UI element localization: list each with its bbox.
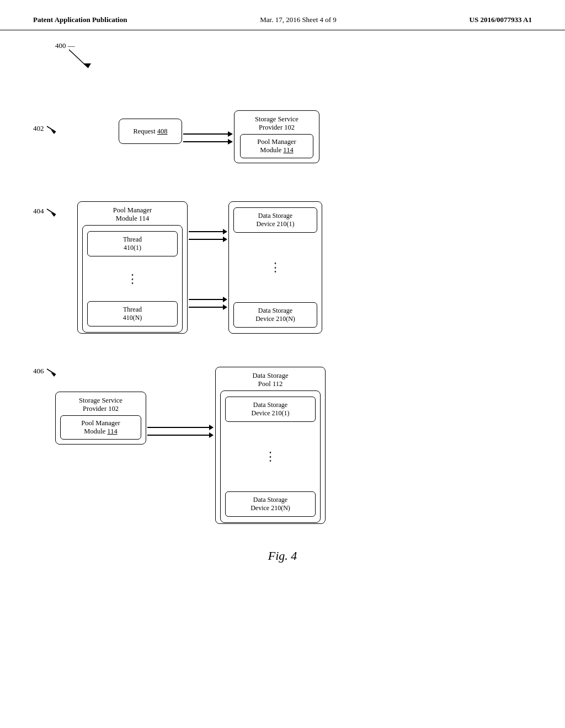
ds-devices-outer-404: Data Storage Device 210(1) ⋮ Data Storag… (228, 201, 322, 334)
header-left: Patent Application Publication (33, 15, 127, 24)
section-404: 404 Pool Manager Module 114 Thread 410(1… (33, 196, 532, 345)
section-400: 400 — (33, 41, 532, 74)
ds-dots: ⋮ (233, 263, 317, 272)
arrow-400 (63, 47, 97, 72)
pool-inner-406: Data Storage Device 210(1) ⋮ Data Storag… (220, 390, 321, 523)
pool-manager-box-402: Pool Manager Module 114 (240, 134, 313, 158)
section-402: 402 Request 408 Storage (33, 108, 532, 179)
thread-1-box: Thread 410(1) (87, 231, 178, 256)
double-arrow-threadN (189, 297, 227, 310)
header-right: US 2016/0077933 A1 (470, 15, 532, 24)
pool-manager-box-406: Pool Manager Module 114 (60, 415, 141, 440)
svg-line-2 (47, 126, 56, 132)
pool-dots: ⋮ (225, 452, 316, 462)
arrow-406 (46, 367, 58, 377)
section-406: 406 Storage Service Provider 102 Pool Ma… (33, 361, 532, 532)
request-box: Request 408 (119, 119, 182, 144)
arrow-402 (46, 124, 58, 134)
pool-ds-device-1: Data Storage Device 210(1) (225, 397, 316, 422)
label-402: 402 (33, 124, 58, 134)
ssp-box-406: Storage Service Provider 102 Pool Manage… (55, 392, 146, 445)
thread-dots: ⋮ (87, 274, 178, 284)
ds-device-n-box: Data Storage Device 210(N) (233, 302, 317, 328)
main-content: 400 — 402 Request 408 (0, 30, 565, 585)
double-arrow-thread1 (189, 229, 227, 242)
double-arrow-406 (147, 425, 214, 438)
arrow-404 (46, 207, 58, 217)
thread-n-box: Thread 410(N) (87, 301, 178, 326)
svg-line-6 (47, 369, 56, 374)
pool-ds-device-n: Data Storage Device 210(N) (225, 491, 316, 517)
page-header: Patent Application Publication Mar. 17, … (0, 0, 565, 30)
pool-manager-outer-404: Pool Manager Module 114 Thread 410(1) ⋮ … (77, 201, 188, 334)
label-404: 404 (33, 207, 58, 217)
fig-caption: Fig. 4 (33, 549, 532, 563)
data-storage-pool-box: Data Storage Pool 112 Data Storage Devic… (215, 367, 326, 524)
double-arrow-402 (183, 131, 233, 144)
pool-manager-inner-404: Thread 410(1) ⋮ Thread 410(N) (82, 225, 183, 333)
svg-line-4 (47, 209, 56, 215)
label-406: 406 (33, 367, 58, 377)
ds-device-1-box: Data Storage Device 210(1) (233, 207, 317, 233)
ssp-box-402: Storage Service Provider 102 Pool Manage… (234, 110, 319, 163)
header-center: Mar. 17, 2016 Sheet 4 of 9 (260, 15, 337, 24)
